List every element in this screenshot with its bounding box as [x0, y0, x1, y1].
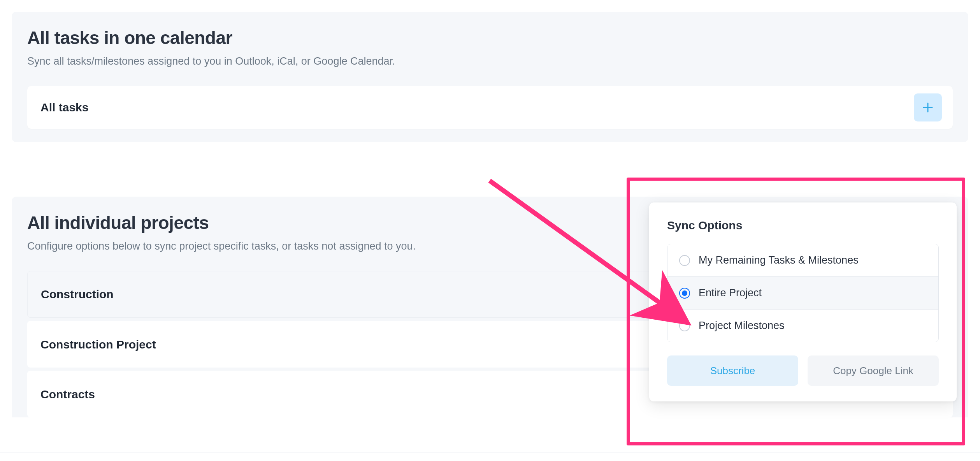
all-tasks-panel: All tasks in one calendar Sync all tasks… — [12, 12, 968, 142]
sync-option-project-milestones[interactable]: Project Milestones — [667, 309, 938, 342]
plus-icon — [922, 102, 934, 113]
sync-options-radio-group: My Remaining Tasks & Milestones Entire P… — [667, 244, 939, 342]
copy-google-link-button[interactable]: Copy Google Link — [808, 355, 939, 386]
sync-option-label: Project Milestones — [699, 320, 785, 332]
all-tasks-row-label: All tasks — [40, 101, 88, 114]
sync-option-entire-project[interactable]: Entire Project — [667, 276, 938, 309]
divider — [0, 452, 980, 452]
sync-option-my-remaining[interactable]: My Remaining Tasks & Milestones — [667, 244, 938, 276]
sync-option-label: My Remaining Tasks & Milestones — [699, 254, 859, 266]
radio-icon — [679, 255, 690, 266]
sync-option-label: Entire Project — [699, 287, 762, 299]
project-row-label: Construction — [41, 288, 114, 301]
sync-options-title: Sync Options — [667, 219, 939, 232]
add-all-tasks-button[interactable] — [914, 93, 942, 121]
subscribe-button[interactable]: Subscribe — [667, 355, 798, 386]
all-tasks-heading: All tasks in one calendar — [27, 27, 953, 48]
project-row-label: Construction Project — [40, 338, 156, 351]
sync-options-popover: Sync Options My Remaining Tasks & Milest… — [649, 202, 957, 401]
sync-options-actions: Subscribe Copy Google Link — [667, 355, 939, 386]
all-tasks-row[interactable]: All tasks — [27, 86, 953, 129]
radio-icon — [679, 320, 690, 331]
radio-icon — [679, 288, 690, 299]
project-row-label: Contracts — [40, 388, 95, 401]
all-tasks-subtitle: Sync all tasks/milestones assigned to yo… — [27, 55, 953, 67]
